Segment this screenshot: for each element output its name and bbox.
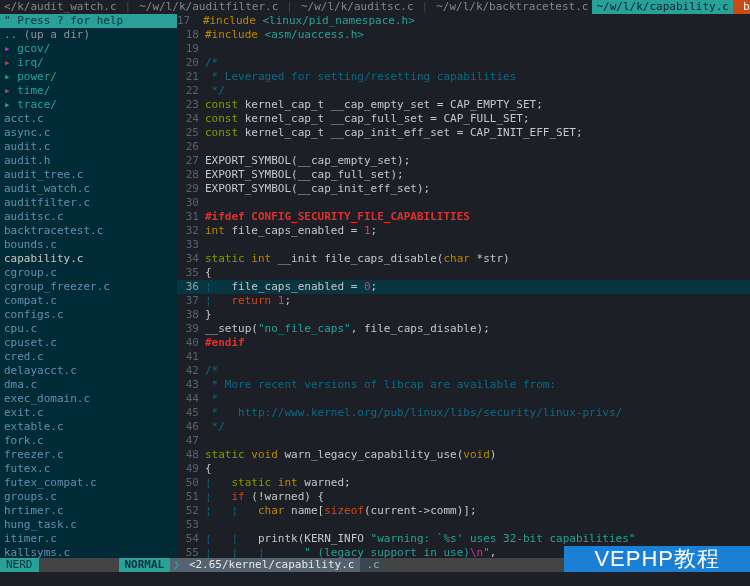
tree-file[interactable]: kallsyms.c xyxy=(4,546,177,558)
code-line[interactable]: 46 */ xyxy=(177,420,750,434)
tree-file[interactable]: backtracetest.c xyxy=(4,224,177,238)
tree-dir[interactable]: ▸ gcov/ xyxy=(4,42,177,56)
tree-file[interactable]: capability.c xyxy=(4,252,177,266)
tree-dir[interactable]: ▸ time/ xyxy=(4,84,177,98)
code-text: ¦ ¦ char name[sizeof(current->comm)]; xyxy=(205,504,750,518)
tree-file[interactable]: exec_domain.c xyxy=(4,392,177,406)
tree-file[interactable]: delayacct.c xyxy=(4,364,177,378)
tree-file[interactable]: dma.c xyxy=(4,378,177,392)
tree-file[interactable]: bounds.c xyxy=(4,238,177,252)
code-line[interactable]: 40#endif xyxy=(177,336,750,350)
tree-file[interactable]: groups.c xyxy=(4,490,177,504)
code-line[interactable]: 47 xyxy=(177,434,750,448)
code-line[interactable]: 38} xyxy=(177,308,750,322)
tree-file[interactable]: compat.c xyxy=(4,294,177,308)
code-line[interactable]: 42/* xyxy=(177,364,750,378)
tree-file[interactable]: extable.c xyxy=(4,420,177,434)
gutter-num: 29 xyxy=(177,182,205,196)
tree-up-dir[interactable]: .. (up a dir) xyxy=(4,28,177,42)
tree-dir[interactable]: ▸ power/ xyxy=(4,70,177,84)
code-text: * More recent versions of libcap are ava… xyxy=(205,378,750,392)
preproc: #include xyxy=(203,14,263,27)
code-line[interactable]: 31#ifdef CONFIG_SECURITY_FILE_CAPABILITI… xyxy=(177,210,750,224)
code-line[interactable]: 18#include <asm/uaccess.h> xyxy=(177,28,750,42)
tree-file[interactable]: cpuset.c xyxy=(4,336,177,350)
tree-file[interactable]: hung_task.c xyxy=(4,518,177,532)
code-line[interactable]: 28EXPORT_SYMBOL(__cap_full_set); xyxy=(177,168,750,182)
gutter-num: 38 xyxy=(177,308,205,322)
tree-file[interactable]: audit_watch.c xyxy=(4,182,177,196)
tree-file[interactable]: audit.h xyxy=(4,154,177,168)
tree-file[interactable]: cred.c xyxy=(4,350,177,364)
tree-file[interactable]: async.c xyxy=(4,126,177,140)
code-line[interactable]: 27EXPORT_SYMBOL(__cap_empty_set); xyxy=(177,154,750,168)
code-line[interactable]: 52¦ ¦ char name[sizeof(current->comm)]; xyxy=(177,504,750,518)
code-line[interactable]: 39__setup("no_file_caps", file_caps_disa… xyxy=(177,322,750,336)
tree-file[interactable]: cgroup.c xyxy=(4,266,177,280)
tree-file[interactable]: fork.c xyxy=(4,434,177,448)
code-line[interactable]: 20/* xyxy=(177,56,750,70)
tree-file[interactable]: cgroup_freezer.c xyxy=(4,280,177,294)
tree-file[interactable]: itimer.c xyxy=(4,532,177,546)
code-text: __setup("no_file_caps", file_caps_disabl… xyxy=(205,322,750,336)
code-line[interactable]: 50¦ static int warned; xyxy=(177,476,750,490)
gutter-num: 48 xyxy=(177,448,205,462)
tab-item[interactable]: ~/w/l/k/auditfilter.c xyxy=(135,0,282,14)
code-editor[interactable]: 18#include <asm/uaccess.h>1920/*21 * Lev… xyxy=(177,28,750,558)
code-text: ¦ file_caps_enabled = 0; xyxy=(205,280,750,294)
gutter-num: 17 xyxy=(177,14,196,27)
code-text xyxy=(205,238,750,252)
code-line[interactable]: 22 */ xyxy=(177,84,750,98)
code-text: } xyxy=(205,308,750,322)
tree-file[interactable]: cpu.c xyxy=(4,322,177,336)
code-line[interactable]: 41 xyxy=(177,350,750,364)
tab-item[interactable]: ~/w/l/k/backtracetest.c xyxy=(432,0,592,14)
tree-file[interactable]: exit.c xyxy=(4,406,177,420)
gutter-num: 44 xyxy=(177,392,205,406)
code-line[interactable]: 21 * Leveraged for setting/resetting cap… xyxy=(177,70,750,84)
tree-file[interactable]: auditsc.c xyxy=(4,210,177,224)
code-line[interactable]: 19 xyxy=(177,42,750,56)
tree-file[interactable]: hrtimer.c xyxy=(4,504,177,518)
code-line[interactable]: 53 xyxy=(177,518,750,532)
code-line[interactable]: 30 xyxy=(177,196,750,210)
code-line[interactable]: 23const kernel_cap_t __cap_empty_set = C… xyxy=(177,98,750,112)
tree-file[interactable]: audit.c xyxy=(4,140,177,154)
code-line[interactable]: 43 * More recent versions of libcap are … xyxy=(177,378,750,392)
tab-separator: | xyxy=(121,0,136,14)
watermark-overlay: VEPHP教程 xyxy=(564,546,750,572)
buffers-indicator[interactable]: buffers xyxy=(733,0,750,14)
tree-file[interactable]: auditfilter.c xyxy=(4,196,177,210)
tree-file[interactable]: audit_tree.c xyxy=(4,168,177,182)
tab-item[interactable]: </k/audit_watch.c xyxy=(0,0,121,14)
code-text: */ xyxy=(205,84,750,98)
code-line[interactable]: 33 xyxy=(177,238,750,252)
code-line[interactable]: 36¦ file_caps_enabled = 0; xyxy=(177,280,750,294)
code-line[interactable]: 34static int __init file_caps_disable(ch… xyxy=(177,252,750,266)
tree-file[interactable]: freezer.c xyxy=(4,448,177,462)
tree-dir[interactable]: ▸ irq/ xyxy=(4,56,177,70)
code-line[interactable]: 54¦ ¦ printk(KERN_INFO "warning: `%s' us… xyxy=(177,532,750,546)
code-line[interactable]: 48static void warn_legacy_capability_use… xyxy=(177,448,750,462)
code-line[interactable]: 32int file_caps_enabled = 1; xyxy=(177,224,750,238)
tree-file[interactable]: futex.c xyxy=(4,462,177,476)
code-line[interactable]: 35{ xyxy=(177,266,750,280)
code-line[interactable]: 24const kernel_cap_t __cap_full_set = CA… xyxy=(177,112,750,126)
code-line[interactable]: 44 * xyxy=(177,392,750,406)
tab-item[interactable]: ~/w/l/k/auditsc.c xyxy=(297,0,418,14)
tree-file[interactable]: acct.c xyxy=(4,112,177,126)
tree-dir[interactable]: ▸ trace/ xyxy=(4,98,177,112)
code-line[interactable]: 51¦ if (!warned) { xyxy=(177,490,750,504)
tab-item[interactable]: ~/w/l/k/capability.c xyxy=(592,0,732,14)
code-line[interactable]: 45 * http://www.kernel.org/pub/linux/lib… xyxy=(177,406,750,420)
gutter-num: 43 xyxy=(177,378,205,392)
code-line[interactable]: 25const kernel_cap_t __cap_init_eff_set … xyxy=(177,126,750,140)
code-line[interactable]: 26 xyxy=(177,140,750,154)
nerdtree-panel[interactable]: .. (up a dir)▸ gcov/▸ irq/▸ power/▸ time… xyxy=(0,28,177,558)
code-text xyxy=(205,350,750,364)
code-line[interactable]: 29EXPORT_SYMBOL(__cap_init_eff_set); xyxy=(177,182,750,196)
tree-file[interactable]: futex_compat.c xyxy=(4,476,177,490)
tree-file[interactable]: configs.c xyxy=(4,308,177,322)
code-line[interactable]: 49{ xyxy=(177,462,750,476)
code-line[interactable]: 37¦ return 1; xyxy=(177,294,750,308)
